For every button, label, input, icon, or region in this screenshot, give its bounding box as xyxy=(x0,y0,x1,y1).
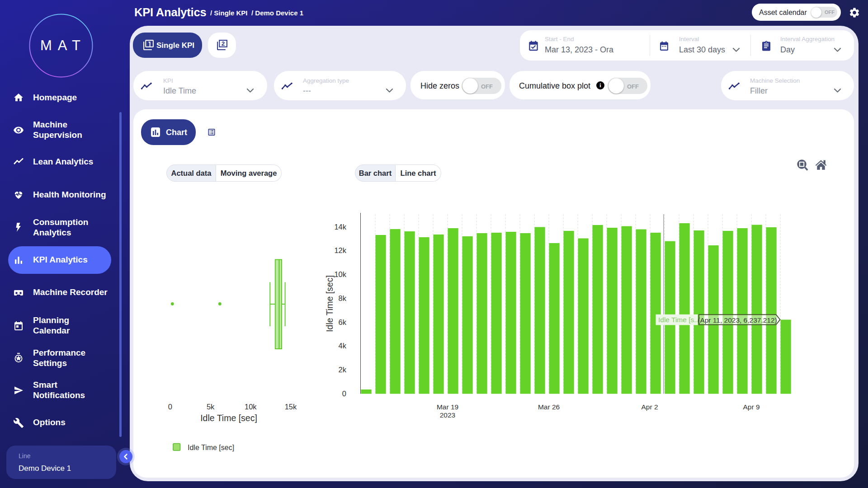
svg-text:10k: 10k xyxy=(245,403,257,411)
svg-text:6k: 6k xyxy=(339,318,347,326)
svg-text:12k: 12k xyxy=(334,246,346,254)
svg-text:2023: 2023 xyxy=(440,411,455,419)
svg-text:(Apr 11, 2023, 6,237.212): (Apr 11, 2023, 6,237.212) xyxy=(698,316,777,324)
svg-text:Idle Time [sec]: Idle Time [sec] xyxy=(200,413,257,423)
svg-text:0: 0 xyxy=(342,389,346,398)
svg-text:10k: 10k xyxy=(334,270,346,278)
svg-text:Apr 9: Apr 9 xyxy=(743,403,760,411)
svg-text:Mar 26: Mar 26 xyxy=(538,403,560,411)
svg-text:Idle Time [sec]: Idle Time [sec] xyxy=(325,275,335,332)
svg-text:4k: 4k xyxy=(339,342,347,350)
svg-text:Idle Time [sec]: Idle Time [sec] xyxy=(188,444,234,451)
svg-text:Apr 2: Apr 2 xyxy=(641,403,658,411)
svg-text:Mar 19: Mar 19 xyxy=(437,403,458,411)
svg-text:15k: 15k xyxy=(285,403,297,411)
svg-text:14k: 14k xyxy=(334,223,346,231)
svg-text:5k: 5k xyxy=(207,403,215,411)
svg-text:Idle Time [s...: Idle Time [s... xyxy=(658,316,700,324)
svg-text:8k: 8k xyxy=(339,294,347,302)
svg-text:0: 0 xyxy=(168,403,172,411)
svg-text:2k: 2k xyxy=(339,366,347,374)
